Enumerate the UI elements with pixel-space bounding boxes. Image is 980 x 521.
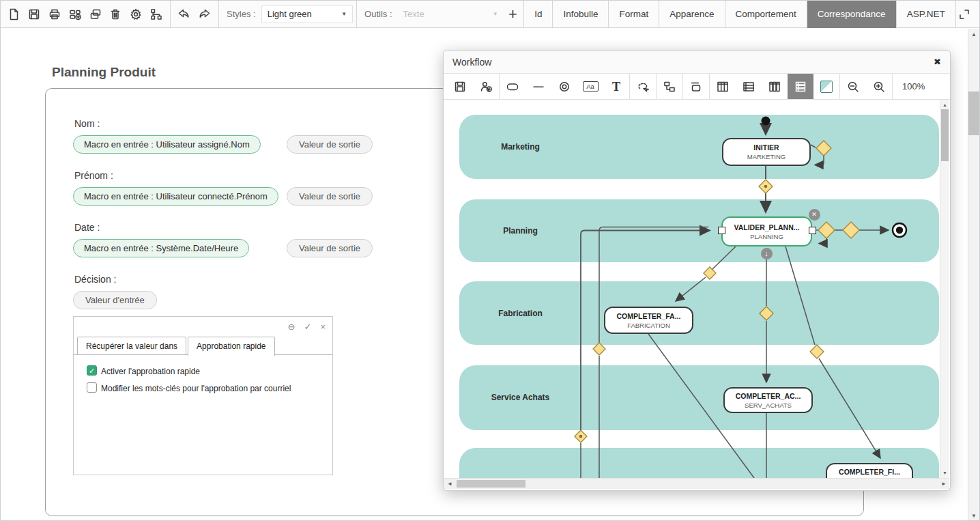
lasso-select-icon[interactable] [630,74,656,99]
close-icon[interactable]: × [320,322,326,331]
delete-node-badge[interactable]: ✕ [809,209,820,221]
line-icon[interactable] [525,74,551,99]
end-node-core [896,227,903,234]
workflow-titlebar[interactable]: Workflow ✖ [444,51,950,74]
scroll-up-icon[interactable]: ▲ [968,31,979,38]
workflow-body: Marketing Planning Fabrication Service A… [444,100,950,478]
text-icon[interactable]: T [603,74,629,99]
field-label-date: Date : [74,222,100,233]
scroll-up-icon[interactable]: ▲ [940,102,949,107]
start-node[interactable] [762,117,770,126]
label-box-icon[interactable]: Aa [577,74,603,99]
gateway-dot [764,185,768,188]
down-arrow-badge[interactable]: ↓ [761,248,773,259]
lane-icon[interactable] [683,74,709,99]
node-completer-achats[interactable]: COMPLETER_AC... SERV_ACHATS [723,387,813,413]
node-completer-fi[interactable]: COMPLETER_FI... [826,463,913,478]
tab-approbation-rapide[interactable]: Approbation rapide [188,337,274,356]
vertical-lanes-icon[interactable] [762,74,788,99]
horizontal-lanes-icon[interactable] [788,74,813,99]
lane-label-service-achats: Service Achats [471,393,570,402]
toolbar-separator [218,1,219,28]
checkbox-activer-approbation[interactable]: ✓ [87,365,97,376]
decision-panel-header: ⊖ ✓ × [74,317,332,337]
toolbar-separator [170,1,171,28]
tab-apparence[interactable]: Apparence [659,1,724,28]
scroll-down-icon[interactable]: ▼ [968,513,979,519]
macro-pill-date[interactable]: Macro en entrée : Système.Date/Heure [73,239,249,257]
save-icon[interactable] [447,74,473,99]
lane-label-fabrication: Fabrication [471,309,570,318]
output-value-button-date[interactable]: Valeur de sortie [287,239,373,257]
workflow-vscroll-thumb[interactable] [941,109,949,161]
checkbox-modifier-mots-cles[interactable] [87,382,97,393]
field-label-nom: Nom : [74,118,100,129]
add-user-icon[interactable] [473,74,499,99]
workflow-canvas[interactable]: Marketing Planning Fabrication Service A… [444,100,940,478]
save-icon[interactable] [24,1,44,28]
rows-icon[interactable] [736,74,762,99]
expand-icon[interactable] [956,7,972,22]
outils-select-value: Texte [403,9,424,19]
macro-pill-prenom[interactable]: Macro en entrée : Utilisateur connecté.P… [73,187,278,206]
flowchart-icon[interactable] [657,74,682,99]
workflow-hscroll-thumb[interactable] [457,480,525,488]
decision-panel-tabs: Récupérer la valeur dans Approbation rap… [74,337,332,355]
node-valider-planning[interactable]: VALIDER_PLANN... PLANNING [721,216,812,247]
output-value-button-prenom[interactable]: Valeur de sortie [287,187,373,206]
output-value-button-nom[interactable]: Valeur de sortie [287,135,373,154]
new-document-icon[interactable] [3,1,24,28]
duplicate-icon[interactable] [85,1,106,28]
zoom-in-icon[interactable] [866,74,892,99]
input-value-button[interactable]: Valeur d'entrée [73,291,157,309]
redo-icon[interactable] [194,1,215,28]
checkbox-label-modifier: Modifier les mots-clés pour l'approbatio… [101,384,291,393]
property-tabs: Id Infobulle Format Apparence Comporteme… [523,1,956,28]
page-title: Planning Produit [52,65,156,80]
settings-gear-icon[interactable] [126,1,146,28]
node-initier[interactable]: INITIER MARKETING [722,138,811,166]
scroll-right-icon[interactable]: ► [941,481,947,487]
delete-icon[interactable] [106,1,126,28]
add-tool-button[interactable]: + [504,5,522,23]
macro-pill-nom[interactable]: Macro en entrée : Utilisateur assigné.No… [73,135,261,154]
zoom-out-icon[interactable] [840,74,866,99]
styles-select[interactable]: Light green ▼ [261,5,353,23]
close-icon[interactable]: ✖ [934,57,941,67]
left-connection-handle[interactable] [718,227,725,234]
style-fill-icon[interactable] [813,74,839,99]
undo-icon[interactable] [174,1,194,28]
rounded-rectangle-icon[interactable] [500,74,525,99]
right-connection-handle[interactable] [809,227,816,234]
tab-recuperer-valeur[interactable]: Récupérer la valeur dans [77,337,186,354]
tab-infobulle[interactable]: Infobulle [552,1,608,28]
tab-format[interactable]: Format [608,1,659,28]
node-subtitle: PLANNING [750,233,783,240]
workflow-horizontal-scrollbar[interactable]: ◄ ► [444,478,949,489]
main-scrollbar-thumb[interactable] [968,91,979,135]
node-title: COMPLETER_FA... [617,312,681,320]
scroll-down-icon[interactable]: ▼ [940,470,949,475]
print-icon[interactable] [44,1,65,28]
toolbar-separator [356,1,357,28]
outils-select[interactable]: Texte ▼ [398,5,504,23]
main-vertical-scrollbar[interactable]: ▲ ▼ [968,29,979,521]
confirm-icon[interactable]: ✓ [304,322,312,331]
node-title: VALIDER_PLANN... [734,223,799,231]
hierarchy-icon[interactable] [146,1,167,28]
aa-glyph: Aa [586,83,594,90]
scroll-left-icon[interactable]: ◄ [447,481,452,487]
add-widget-icon[interactable] [65,1,85,28]
chevron-down-icon: ▼ [493,11,498,17]
tab-correspondance[interactable]: Correspondance [807,1,896,28]
workflow-vertical-scrollbar[interactable]: ▲ ▼ [940,100,949,478]
columns-icon[interactable] [710,74,736,99]
collapse-icon[interactable]: ⊖ [288,322,296,331]
end-node-icon[interactable] [551,74,577,99]
node-completer-fabrication[interactable]: COMPLETER_FA... FABRICATION [604,307,693,334]
tab-id[interactable]: Id [523,1,552,28]
field-label-decision: Décision : [74,274,116,285]
tab-comportement[interactable]: Comportement [725,1,807,28]
tab-aspnet[interactable]: ASP.NET [896,1,956,28]
main-toolbar: Styles : Light green ▼ Outils : Texte ▼ … [1,1,979,28]
